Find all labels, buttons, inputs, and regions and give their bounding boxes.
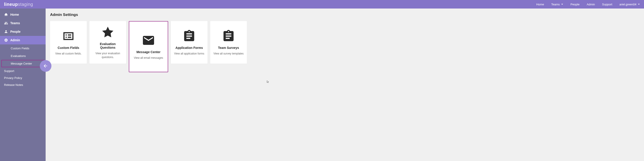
- card-desc: View all application forms: [174, 52, 204, 56]
- sidebar-support[interactable]: Support: [0, 68, 46, 74]
- topnav-admin-label: Admin: [587, 3, 595, 6]
- main-content: Admin Settings Custom Fields View all cu…: [46, 9, 644, 161]
- card-title: Custom Fields: [58, 46, 79, 50]
- card-team-surveys[interactable]: Team Surveys View all survey templates: [210, 21, 247, 64]
- topnav-support-label: Support: [602, 3, 612, 6]
- sidebar-admin-subitems: Custom Fields Evaluations Message Center: [0, 45, 46, 67]
- sidebar-release[interactable]: Release Notes: [0, 82, 46, 88]
- card-evaluation-questions[interactable]: Evaluation Questions View your evaluatio…: [90, 21, 126, 64]
- collapse-sidebar-button[interactable]: [40, 60, 52, 72]
- sidebar-teams[interactable]: Teams: [0, 19, 46, 27]
- topnav-teams-label: Teams: [551, 3, 560, 6]
- top-nav: lineupstaging Home Teams People Admin Su…: [0, 0, 644, 9]
- top-nav-items: Home Teams People Admin Support ariel.gr…: [536, 3, 640, 6]
- star-icon: [101, 26, 114, 39]
- teams-icon: [4, 21, 8, 25]
- layout: Home Teams People Admin Custom Fields Ev…: [0, 9, 644, 161]
- topnav-people[interactable]: People: [570, 3, 580, 6]
- list-icon: [62, 29, 75, 43]
- card-desc: View your evaluation questions.: [92, 52, 124, 59]
- logo-text-bold: lineup: [4, 2, 18, 7]
- arrow-left-icon: [43, 63, 48, 69]
- clipboard-icon: [182, 29, 196, 43]
- logo[interactable]: lineupstaging: [4, 2, 33, 7]
- sidebar-privacy[interactable]: Privacy Policy: [0, 75, 46, 81]
- sidebar-admin[interactable]: Admin: [0, 36, 46, 44]
- topnav-user-label: ariel.green04: [620, 3, 636, 6]
- sidebar-teams-label: Teams: [10, 21, 20, 25]
- admin-cards: Custom Fields View all custom fields. Ev…: [50, 21, 640, 72]
- person-icon: [4, 30, 8, 34]
- home-icon: [4, 13, 8, 17]
- chevron-down-icon: [561, 3, 563, 5]
- topnav-people-label: People: [570, 3, 580, 6]
- sidebar-home-label: Home: [10, 13, 19, 16]
- topnav-home-label: Home: [536, 3, 544, 6]
- sidebar: Home Teams People Admin Custom Fields Ev…: [0, 9, 46, 161]
- sidebar-sub-custom-fields[interactable]: Custom Fields: [1, 45, 44, 52]
- topnav-support[interactable]: Support: [602, 3, 612, 6]
- sidebar-admin-label: Admin: [10, 38, 20, 42]
- sidebar-home[interactable]: Home: [0, 10, 46, 19]
- sidebar-people-label: People: [10, 30, 20, 33]
- page-title: Admin Settings: [50, 13, 640, 17]
- card-title: Application Forms: [176, 46, 203, 50]
- card-title: Team Surveys: [218, 46, 239, 50]
- card-desc: View all email messages: [134, 56, 163, 60]
- card-application-forms[interactable]: Application Forms View all application f…: [171, 21, 208, 64]
- card-title: Message Center: [136, 50, 160, 54]
- topnav-admin[interactable]: Admin: [587, 3, 595, 6]
- card-desc: View all survey templates: [213, 52, 244, 56]
- topnav-home[interactable]: Home: [536, 3, 544, 6]
- mail-icon: [142, 34, 155, 47]
- sidebar-sub-evaluations[interactable]: Evaluations: [1, 52, 44, 60]
- chevron-down-icon: [638, 3, 640, 5]
- card-custom-fields[interactable]: Custom Fields View all custom fields.: [50, 21, 87, 64]
- topnav-teams[interactable]: Teams: [551, 3, 563, 6]
- sidebar-sub-message-center[interactable]: Message Center: [1, 60, 44, 67]
- card-desc: View all custom fields.: [55, 52, 82, 56]
- card-title: Evaluation Questions: [92, 42, 124, 49]
- sidebar-people[interactable]: People: [0, 27, 46, 36]
- topnav-user[interactable]: ariel.green04: [620, 3, 640, 6]
- gear-icon: [4, 38, 8, 42]
- card-message-center[interactable]: Message Center View all email messages: [129, 21, 168, 72]
- logo-text-light: staging: [18, 2, 33, 7]
- clipboard-icon: [222, 29, 235, 43]
